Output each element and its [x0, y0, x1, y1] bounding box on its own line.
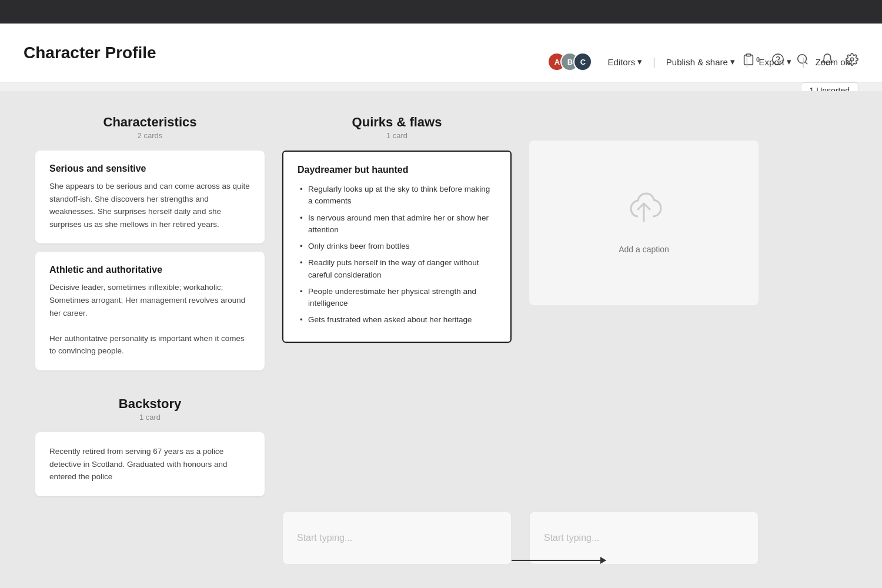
nav-divider-2: |: [746, 56, 749, 68]
nav-divider-1: |: [653, 56, 656, 68]
page-title: Character Profile: [24, 44, 156, 62]
upload-start-typing-text: Start typing...: [544, 533, 599, 543]
backstory-section-header: Backstory 1 card: [35, 396, 265, 422]
caption-input[interactable]: [593, 245, 696, 254]
characteristics-count: 2 cards: [35, 131, 265, 140]
characteristics-title: Characteristics: [35, 115, 265, 130]
card-backstory: Recently retired from serving 67 years a…: [35, 432, 265, 496]
quirks-start-typing-area: Start typing...: [282, 494, 512, 564]
bullet-item-4: Readily puts herself in the way of dange…: [298, 255, 496, 283]
card-backstory-text: Recently retired from serving 67 years a…: [49, 445, 250, 483]
export-button[interactable]: Export ▾: [753, 53, 797, 71]
avatar-group: A B C: [547, 52, 592, 71]
backstory-section: Backstory 1 card Recently retired from s…: [35, 396, 265, 505]
card-athletic: Athletic and authoritative Decisive lead…: [35, 252, 265, 370]
quirks-start-typing-box[interactable]: Start typing...: [282, 512, 512, 564]
bullet-item-5: People underestimate her physical streng…: [298, 283, 496, 312]
backstory-title: Backstory: [35, 396, 265, 412]
upload-card[interactable]: [529, 141, 759, 305]
card-serious-text: She appears to be serious and can come a…: [49, 180, 250, 230]
arrow-connector: [512, 560, 606, 561]
avatar-3: C: [573, 52, 592, 71]
quirks-title: Quirks & flaws: [282, 115, 512, 130]
zoom-out-button[interactable]: Zoom out: [810, 54, 858, 71]
quirks-count: 1 card: [282, 131, 512, 140]
editors-button[interactable]: Editors ▾: [602, 53, 648, 71]
nav-divider-3: |: [802, 56, 805, 68]
quirks-start-typing-text: Start typing...: [297, 533, 352, 543]
daydreamer-bullet-list: Regularly looks up at the sky to think b…: [298, 181, 496, 329]
upload-column-spacer: [529, 115, 759, 141]
card-serious: Serious and sensitive She appears to be …: [35, 151, 265, 243]
header: Character Profile 0: [0, 24, 882, 82]
chevron-down-icon-3: ▾: [787, 56, 791, 67]
card-athletic-text: Decisive leader, sometimes inflexible; w…: [49, 281, 250, 358]
upload-cloud-icon: [623, 192, 664, 227]
characteristics-column: Characteristics 2 cards Serious and sens…: [35, 115, 265, 564]
bullet-item-3: Only drinks beer from bottles: [298, 238, 496, 255]
publish-share-button[interactable]: Publish & share ▾: [660, 53, 741, 71]
chevron-down-icon-2: ▾: [730, 56, 735, 67]
upload-start-typing-area: Start typing...: [529, 494, 759, 564]
card-daydreamer-title: Daydreamer but haunted: [298, 165, 496, 175]
chevron-down-icon: ▾: [637, 56, 642, 67]
card-athletic-title: Athletic and authoritative: [49, 265, 250, 275]
bullet-item-1: Regularly looks up at the sky to think b…: [298, 181, 496, 210]
top-bar: [0, 0, 882, 24]
card-daydreamer: Daydreamer but haunted Regularly looks u…: [282, 151, 512, 343]
backstory-count: 1 card: [35, 413, 265, 422]
characteristics-section-header: Characteristics 2 cards: [35, 115, 265, 140]
columns-container: Characteristics 2 cards Serious and sens…: [0, 91, 882, 588]
quirks-column: Quirks & flaws 1 card Daydreamer but hau…: [282, 115, 512, 564]
header-nav: A B C Editors ▾ | Publish & share ▾ | Ex…: [547, 52, 858, 71]
bullet-item-2: Is nervous around men that admire her or…: [298, 210, 496, 239]
canvas: Characteristics 2 cards Serious and sens…: [0, 91, 882, 588]
bullet-item-6: Gets frustrated when asked about her her…: [298, 312, 496, 328]
upload-start-typing-box[interactable]: Start typing...: [529, 512, 759, 564]
upload-column: Start typing...: [529, 115, 759, 564]
card-serious-title: Serious and sensitive: [49, 163, 250, 174]
quirks-section-header: Quirks & flaws 1 card: [282, 115, 512, 140]
